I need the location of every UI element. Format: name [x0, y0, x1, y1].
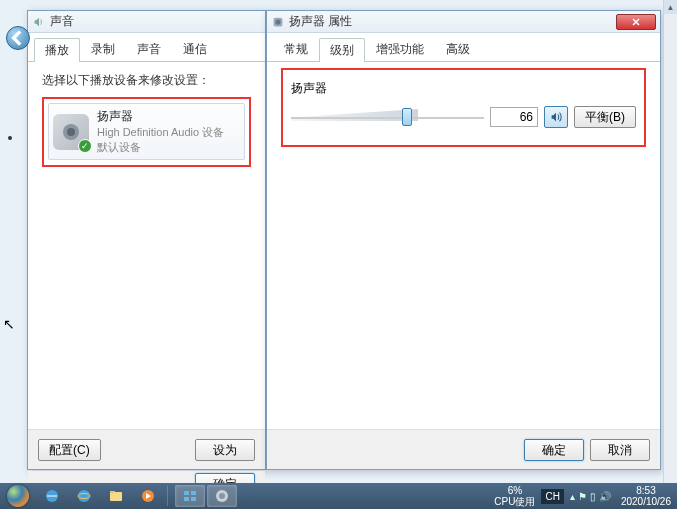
window-scrollbar[interactable]: ▲ [663, 0, 677, 483]
marker-dot [8, 136, 12, 140]
props-cancel-button[interactable]: 取消 [590, 439, 650, 461]
sound-titlebar: 声音 [28, 11, 265, 33]
taskbar: 6% CPU使用 CH ▴ ⚑ ▯ 🔊 8:53 2020/10/26 [0, 483, 677, 509]
props-ok-button[interactable]: 确定 [524, 439, 584, 461]
clock-date: 2020/10/26 [621, 496, 671, 507]
taskbar-ie-icon-2[interactable] [69, 485, 99, 507]
level-label: 扬声器 [291, 80, 636, 97]
system-tray: 6% CPU使用 CH ▴ ⚑ ▯ 🔊 8:53 2020/10/26 [490, 483, 677, 509]
volume-value-input[interactable] [490, 107, 538, 127]
mute-button[interactable] [544, 106, 568, 128]
svg-point-3 [275, 19, 280, 24]
svg-point-5 [78, 490, 90, 502]
start-button[interactable] [0, 483, 36, 509]
props-titlebar: 扬声器 属性 [267, 11, 660, 33]
tab-advanced[interactable]: 高级 [435, 37, 481, 61]
tab-communications[interactable]: 通信 [172, 37, 218, 61]
balance-button[interactable]: 平衡(B) [574, 106, 636, 128]
tray-arrow-icon[interactable]: ▴ [570, 491, 575, 502]
cpu-widget[interactable]: 6% CPU使用 [490, 485, 539, 507]
taskbar-explorer-icon[interactable] [101, 485, 131, 507]
tab-enhancements[interactable]: 增强功能 [365, 37, 435, 61]
mouse-cursor: ↖ [3, 316, 15, 332]
speaker-icon [271, 15, 285, 29]
set-default-button[interactable]: 设为 [195, 439, 255, 461]
levels-panel: 扬声器 平衡(B) [281, 68, 646, 147]
props-button-row: 确定 取消 [267, 429, 660, 469]
device-list: ✓ 扬声器 High Definition Audio 设备 默认设备 [42, 97, 251, 167]
taskbar-ie-icon[interactable] [37, 485, 67, 507]
default-check-icon: ✓ [78, 139, 92, 153]
props-title: 扬声器 属性 [289, 13, 616, 30]
close-button[interactable] [616, 14, 656, 30]
taskbar-app-icon[interactable] [175, 485, 205, 507]
tab-recording[interactable]: 录制 [80, 37, 126, 61]
speaker-properties-window: 扬声器 属性 常规 级别 增强功能 高级 扬声器 平衡(B) [266, 10, 661, 470]
sound-tabs: 播放 录制 声音 通信 [28, 33, 265, 62]
device-status: 默认设备 [97, 140, 224, 155]
language-indicator[interactable]: CH [541, 489, 563, 504]
sound-button-row: 配置(C) 设为 [28, 429, 265, 469]
device-subtitle: High Definition Audio 设备 [97, 125, 224, 140]
sound-window: 声音 播放 录制 声音 通信 选择以下播放设备来修改设置： ✓ 扬声器 High… [27, 10, 266, 470]
clock[interactable]: 8:53 2020/10/26 [615, 485, 677, 507]
svg-rect-13 [191, 497, 196, 501]
svg-rect-7 [110, 492, 122, 501]
taskbar-media-icon[interactable] [133, 485, 163, 507]
taskbar-sound-icon[interactable] [207, 485, 237, 507]
configure-button[interactable]: 配置(C) [38, 439, 101, 461]
svg-rect-8 [110, 491, 115, 493]
cpu-percent: 6% [494, 485, 535, 496]
props-content: 扬声器 平衡(B) [267, 62, 660, 432]
tray-volume-icon[interactable]: 🔊 [599, 491, 611, 502]
tray-icons: ▴ ⚑ ▯ 🔊 [566, 491, 615, 502]
device-item-speakers[interactable]: ✓ 扬声器 High Definition Audio 设备 默认设备 [48, 103, 245, 160]
svg-point-1 [67, 128, 75, 136]
slider-thumb[interactable] [402, 108, 412, 126]
instruction-text: 选择以下播放设备来修改设置： [42, 72, 251, 89]
clock-time: 8:53 [621, 485, 671, 496]
device-text: 扬声器 High Definition Audio 设备 默认设备 [97, 108, 224, 155]
speaker-icon [32, 15, 46, 29]
tab-levels[interactable]: 级别 [319, 38, 365, 62]
sound-title: 声音 [50, 13, 261, 30]
scroll-up-icon[interactable]: ▲ [664, 0, 677, 14]
device-icon-wrap: ✓ [53, 114, 89, 150]
cpu-label: CPU使用 [494, 496, 535, 507]
tray-network-icon[interactable]: ▯ [590, 491, 596, 502]
back-button[interactable] [6, 26, 30, 50]
tray-flag-icon[interactable]: ⚑ [578, 491, 587, 502]
tab-playback[interactable]: 播放 [34, 38, 80, 62]
svg-rect-12 [184, 497, 189, 501]
props-tabs: 常规 级别 增强功能 高级 [267, 33, 660, 62]
svg-point-15 [219, 493, 225, 499]
sound-content: 选择以下播放设备来修改设置： ✓ 扬声器 High Definition Aud… [28, 62, 265, 432]
svg-rect-11 [191, 491, 196, 495]
tab-general[interactable]: 常规 [273, 37, 319, 61]
device-name: 扬声器 [97, 108, 224, 125]
level-row: 平衡(B) [291, 103, 636, 131]
tab-sounds[interactable]: 声音 [126, 37, 172, 61]
volume-slider[interactable] [291, 103, 484, 131]
svg-rect-10 [184, 491, 189, 495]
